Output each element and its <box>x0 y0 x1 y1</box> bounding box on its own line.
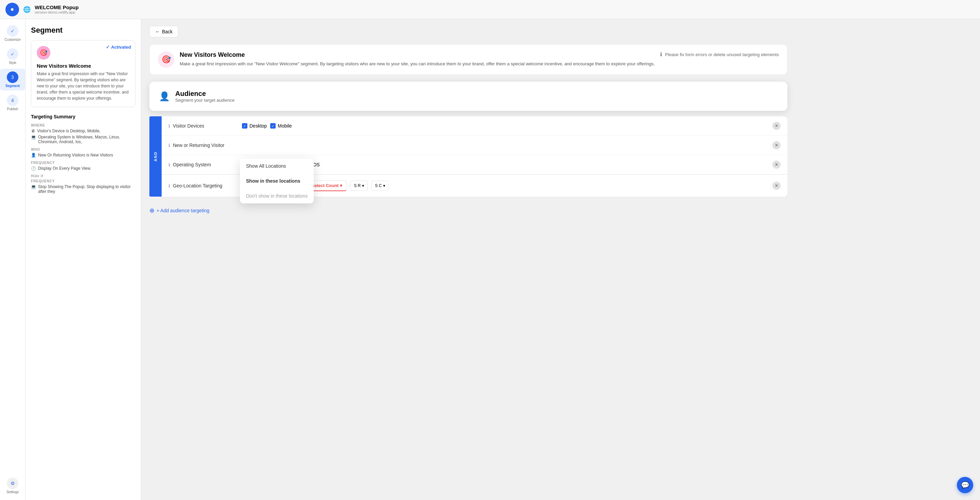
back-arrow-icon: ← <box>155 29 160 34</box>
remove-geo-button[interactable]: ✕ <box>772 182 781 190</box>
mobile-checkbox[interactable]: ✓ <box>270 123 275 129</box>
audience-icon: 👤 <box>159 91 170 102</box>
info-card-desc: Make a great first impression with our "… <box>180 60 655 68</box>
targeting-item: 👤 New Or Returning Visitors is New Visit… <box>31 153 135 157</box>
geo-sc-select[interactable]: S C ▾ <box>371 181 389 191</box>
app-url: version-demo.netlify.app <box>35 10 79 14</box>
geo-label: ℹ Geo-Location Targeting <box>169 183 237 189</box>
segment-card-desc: Make a great first impression with our "… <box>37 71 130 102</box>
icon-bar-label-segment: Segment <box>5 84 20 88</box>
desktop-checkbox-item[interactable]: ✓ Desktop <box>242 123 267 129</box>
visitor-devices-controls: ✓ Desktop ✓ Mobile <box>242 123 767 129</box>
targeting-item: 🕐 Display On Every Page View. <box>31 166 135 171</box>
desktop-label: Desktop <box>250 123 267 129</box>
icon-bar: ✓ Customize ✓ Style 3 Segment 4 Publish … <box>0 19 25 500</box>
dropdown-dont-show[interactable]: Don't show in these locations <box>240 189 314 203</box>
user-icon: 👤 <box>31 153 36 157</box>
remove-os-button[interactable]: ✕ <box>772 160 781 169</box>
info-icon-geo: ℹ <box>169 183 170 189</box>
info-icon-os: ℹ <box>169 162 170 167</box>
activated-badge: ✓ Activated <box>106 44 131 50</box>
sidebar: Segment ✓ Activated 🎯 New Visitors Welco… <box>25 19 141 500</box>
chat-icon: 💬 <box>961 481 969 489</box>
targeting-item: 💻 Operating System is Windows, Macos, Li… <box>31 135 135 144</box>
hide-if-label: Hide if <box>31 174 135 178</box>
clock-icon: 🕐 <box>31 166 36 171</box>
sidebar-title: Segment <box>31 26 135 35</box>
new-returning-label: ℹ New or Returning Visitor <box>169 143 237 148</box>
chevron-down-sc-icon: ▾ <box>383 183 385 188</box>
icon-bar-label-style: Style <box>9 61 16 65</box>
hide-freq-label: FREQUENCY <box>31 179 135 183</box>
segment-card-icon: 🎯 <box>37 46 50 60</box>
chevron-down-geo-icon: ▾ <box>340 183 342 188</box>
targeting-item: 🖥 Visitor's Device is Desktop, Mobile, <box>31 129 135 133</box>
audience-card-title: Audience <box>175 90 234 98</box>
globe-icon: 🌐 <box>23 6 30 13</box>
mobile-checkbox-item[interactable]: ✓ Mobile <box>270 123 292 129</box>
audience-card: 👤 Audience Segment your target audience <box>150 82 788 111</box>
geo-sr-select[interactable]: S R ▾ <box>350 181 368 191</box>
warning-icon: ℹ <box>660 51 662 57</box>
and-label: AND <box>153 151 158 162</box>
frequency-label: FREQUENCY <box>31 161 135 165</box>
where-label: WHERE <box>31 124 135 127</box>
info-card-content: New Visitors Welcome Make a great first … <box>180 51 655 68</box>
and-connector: AND <box>150 116 162 197</box>
os-controls: ws ✓ MacOs ✓ Android ✓ IOS <box>242 162 767 167</box>
mobile-label: Mobile <box>278 123 292 129</box>
dropdown-show-all[interactable]: Show All Locations <box>240 159 314 173</box>
icon-bar-item-settings[interactable]: ⚙ Settings <box>0 475 25 497</box>
who-label: WHO <box>31 148 135 151</box>
main-content: ← Back 🎯 New Visitors Welcome Make a gre… <box>141 19 795 500</box>
icon-bar-item-segment[interactable]: 3 Segment <box>0 69 25 90</box>
warning-message: ℹ Please fix form errors or delete unuse… <box>660 51 779 57</box>
location-dropdown-menu: Show All Locations Show in these locatio… <box>240 159 314 203</box>
visitor-devices-row: ℹ Visitor Devices ✓ Desktop ✓ Mobile <box>162 116 788 136</box>
back-button[interactable]: ← Back <box>150 26 178 37</box>
device-icon: 🖥 <box>31 129 35 133</box>
geo-controls: Show in these locations ▲ Select Count ▾… <box>242 180 767 191</box>
check-icon: ✓ <box>106 44 110 50</box>
plus-circle-icon: ⊕ <box>150 207 154 214</box>
icon-bar-item-style[interactable]: ✓ Style <box>0 46 25 67</box>
icon-bar-label-publish: Publish <box>7 107 18 111</box>
segment-card-name: New Visitors Welcome <box>37 63 130 69</box>
add-audience-targeting-button[interactable]: ⊕ + Add audience targeting <box>150 203 209 218</box>
icon-bar-item-customize[interactable]: ✓ Customize <box>0 22 25 44</box>
audience-card-subtitle: Segment your target audience <box>175 98 234 103</box>
remove-devices-button[interactable]: ✕ <box>772 122 781 130</box>
icon-bar-item-publish[interactable]: 4 Publish <box>0 92 25 114</box>
new-returning-row: ℹ New or Returning Visitor ✕ <box>162 136 788 155</box>
info-card-icon: 🎯 <box>158 51 174 68</box>
app-logo[interactable]: ● <box>5 3 19 16</box>
targeting-summary: Targeting Summary WHERE 🖥 Visitor's Devi… <box>31 114 135 197</box>
hide-icon: 💻 <box>31 184 36 189</box>
info-icon-returning: ℹ <box>169 143 170 148</box>
chat-fab-button[interactable]: 💬 <box>957 477 973 493</box>
app-title: WELCOME Popup <box>35 5 79 10</box>
os-icon: 💻 <box>31 135 36 140</box>
targeting-summary-title: Targeting Summary <box>31 114 135 119</box>
dropdown-show-in[interactable]: Show in these locations <box>240 173 314 189</box>
os-label: ℹ Operating System <box>169 162 237 167</box>
segment-card: ✓ Activated 🎯 New Visitors Welcome Make … <box>31 40 135 107</box>
remove-returning-button[interactable]: ✕ <box>772 141 781 149</box>
info-card-title: New Visitors Welcome <box>180 51 655 59</box>
chevron-down-sr-icon: ▾ <box>362 183 364 188</box>
visitor-devices-label: ℹ Visitor Devices <box>169 123 237 129</box>
os-row: ℹ Operating System ws ✓ MacOs ✓ Android <box>162 155 788 175</box>
icon-bar-label-settings: Settings <box>6 490 19 494</box>
desktop-checkbox[interactable]: ✓ <box>242 123 247 129</box>
info-card: 🎯 New Visitors Welcome Make a great firs… <box>150 44 788 75</box>
icon-bar-label-customize: Customize <box>5 38 21 41</box>
targeting-item: 💻 Stop Showing The Popup: Stop displayin… <box>31 184 135 194</box>
info-icon-devices: ℹ <box>169 124 170 129</box>
